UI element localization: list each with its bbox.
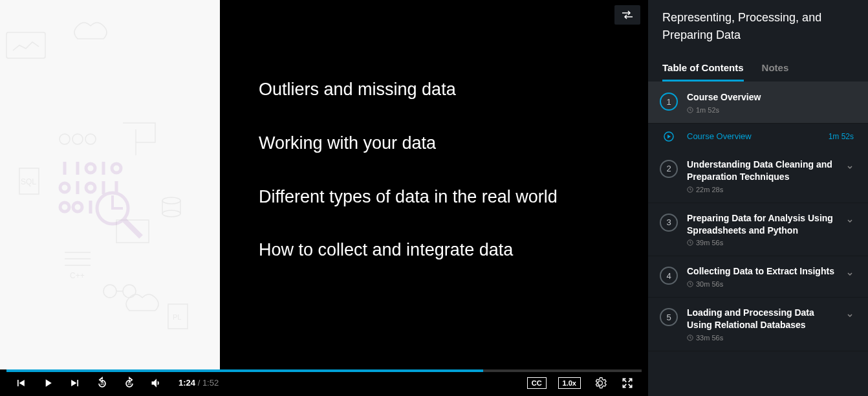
clock-icon: [687, 186, 693, 193]
svg-text:PL: PL: [173, 313, 181, 321]
module-item[interactable]: 1 Course Overview 1m 52s: [648, 82, 868, 124]
progress-fill: [6, 369, 483, 372]
next-button[interactable]: [67, 375, 83, 391]
course-title: Representing, Processing, and Preparing …: [648, 0, 868, 56]
chevron-down-icon: [846, 216, 854, 228]
svg-point-4: [72, 134, 83, 144]
svg-point-21: [86, 183, 95, 192]
player-controls: 10 10 1:24 / 1:52 CC 1.0x: [0, 369, 648, 396]
module-duration: 39m 56s: [696, 239, 723, 247]
sidebar-tabs: Table of Contents Notes: [648, 56, 868, 82]
current-time: 1:24: [179, 378, 195, 388]
svg-point-24: [60, 203, 69, 212]
svg-line-28: [123, 219, 141, 237]
module-number: 3: [660, 214, 678, 232]
sidebar: Representing, Processing, and Preparing …: [648, 0, 868, 396]
settings-button[interactable]: [592, 375, 608, 391]
chevron-down-icon: [846, 162, 854, 174]
fullscreen-button[interactable]: [620, 375, 635, 391]
module-number: 2: [660, 160, 678, 178]
lesson-name: Course Overview: [687, 131, 819, 141]
module-item[interactable]: 3 Preparing Data for Analysis Using Spre…: [648, 203, 868, 257]
closed-captions-button[interactable]: CC: [527, 377, 547, 389]
svg-text:SQL: SQL: [21, 177, 36, 186]
slide-line: Working with your data: [259, 131, 609, 156]
slide-line: Different types of data in the real worl…: [259, 185, 609, 210]
total-time: 1:52: [202, 378, 219, 388]
svg-point-19: [60, 183, 69, 192]
slide-content: Outliers and missing data Working with y…: [220, 0, 648, 369]
time-separator: /: [198, 378, 202, 388]
slide-background-pattern: SQL C++ PL: [0, 0, 220, 369]
previous-button[interactable]: [13, 375, 28, 391]
collapse-sidebar-button[interactable]: [614, 5, 640, 25]
module-title: Preparing Data for Analysis Using Spread…: [687, 212, 837, 237]
svg-point-25: [73, 203, 82, 212]
clock-icon: [687, 281, 693, 287]
module-number: 4: [660, 267, 678, 285]
video-player-area: SQL C++ PL: [0, 0, 648, 396]
module-item[interactable]: 2 Understanding Data Cleaning and Prepar…: [648, 149, 868, 203]
forward-10-button[interactable]: 10: [122, 375, 137, 391]
module-number: 5: [660, 308, 678, 326]
slide-data-icon: [58, 155, 155, 248]
svg-point-11: [123, 285, 136, 298]
module-title: Course Overview: [687, 91, 854, 104]
svg-text:10: 10: [100, 382, 105, 386]
module-duration: 1m 52s: [696, 106, 719, 114]
lesson-item[interactable]: Course Overview 1m 52s: [648, 124, 868, 149]
playing-icon: [660, 131, 678, 142]
module-item[interactable]: 5 Loading and Processing Data Using Rela…: [648, 298, 868, 351]
clock-icon: [687, 107, 693, 113]
module-duration: 30m 56s: [696, 280, 723, 288]
module-duration: 22m 28s: [696, 186, 723, 193]
svg-point-16: [86, 164, 95, 173]
chevron-down-icon: [846, 269, 854, 281]
svg-text:10: 10: [127, 382, 132, 386]
tab-notes[interactable]: Notes: [762, 56, 789, 82]
module-number: 1: [660, 93, 678, 111]
lesson-duration: 1m 52s: [829, 132, 854, 141]
module-item[interactable]: 4 Collecting Data to Extract Insights 30…: [648, 256, 868, 298]
svg-point-5: [85, 134, 96, 144]
module-title: Collecting Data to Extract Insights: [687, 265, 837, 278]
rewind-10-button[interactable]: 10: [94, 375, 110, 391]
svg-rect-0: [6, 32, 45, 58]
svg-point-18: [112, 164, 121, 173]
module-title: Understanding Data Cleaning and Preparat…: [687, 159, 837, 183]
slide-line: Outliers and missing data: [259, 78, 609, 102]
svg-point-10: [103, 285, 116, 298]
module-title: Loading and Processing Data Using Relati…: [687, 307, 837, 331]
playback-speed-button[interactable]: 1.0x: [558, 377, 581, 389]
tab-table-of-contents[interactable]: Table of Contents: [662, 56, 744, 82]
volume-button[interactable]: [149, 375, 164, 391]
play-button[interactable]: [40, 375, 56, 391]
time-display: 1:24 / 1:52: [179, 378, 219, 388]
module-duration: 33m 56s: [696, 334, 723, 342]
svg-point-7: [162, 197, 180, 204]
svg-point-3: [60, 134, 70, 144]
svg-point-8: [162, 210, 180, 217]
svg-text:C++: C++: [70, 271, 85, 280]
slide-line: How to collect and integrate data: [259, 238, 609, 263]
clock-icon: [687, 335, 693, 341]
table-of-contents: 1 Course Overview 1m 52s Course Overview…: [648, 82, 868, 396]
chevron-down-icon: [846, 311, 854, 322]
progress-bar[interactable]: [6, 369, 642, 372]
clock-icon: [687, 239, 693, 246]
